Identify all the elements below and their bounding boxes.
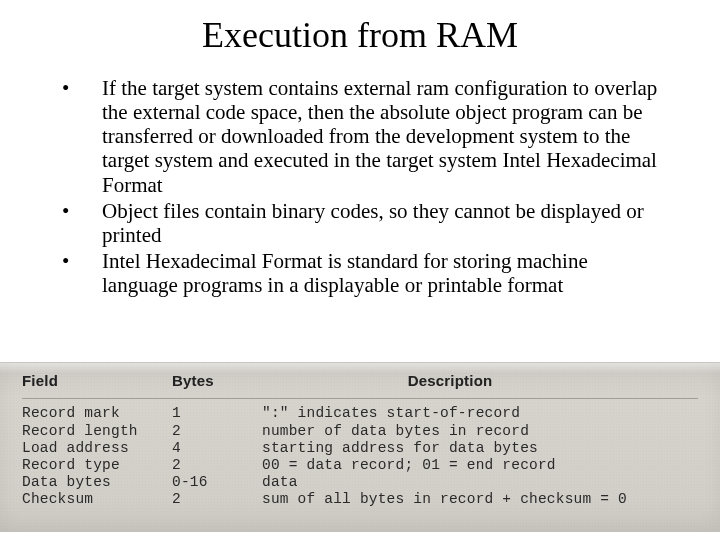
table-header-row: Field Bytes Description [22, 373, 698, 399]
cell-field: Data bytes [22, 474, 172, 490]
table-row: Data bytes 0-16 data [22, 474, 698, 491]
cell-description: 00 = data record; 01 = end record [262, 457, 698, 473]
cell-description: data [262, 474, 698, 490]
cell-field: Load address [22, 440, 172, 456]
slide: Execution from RAM • If the target syste… [0, 14, 720, 540]
table-row: Record type 2 00 = data record; 01 = end… [22, 457, 698, 474]
bullet-dot-icon: • [60, 76, 102, 197]
table-row: Record mark 1 ":" indicates start-of-rec… [22, 405, 698, 422]
bullet-text: If the target system contains external r… [102, 76, 660, 197]
cell-bytes: 0-16 [172, 474, 262, 490]
cell-bytes: 1 [172, 405, 262, 421]
bullet-text: Intel Hexadecimal Format is standard for… [102, 249, 660, 297]
list-item: • Object files contain binary codes, so … [60, 199, 660, 247]
cell-field: Checksum [22, 491, 172, 507]
header-description: Description [262, 373, 698, 390]
cell-field: Record length [22, 423, 172, 439]
slide-title: Execution from RAM [0, 14, 720, 56]
cell-field: Record type [22, 457, 172, 473]
cell-bytes: 2 [172, 423, 262, 439]
cell-description: starting address for data bytes [262, 440, 698, 456]
cell-bytes: 4 [172, 440, 262, 456]
header-field: Field [22, 373, 172, 390]
hex-format-table: Field Bytes Description Record mark 1 ":… [0, 362, 720, 532]
list-item: • Intel Hexadecimal Format is standard f… [60, 249, 660, 297]
cell-description: sum of all bytes in record + checksum = … [262, 491, 698, 507]
cell-description: ":" indicates start-of-record [262, 405, 698, 421]
table-row: Record length 2 number of data bytes in … [22, 422, 698, 439]
table-row: Checksum 2 sum of all bytes in record + … [22, 491, 698, 508]
bullet-dot-icon: • [60, 249, 102, 297]
cell-description: number of data bytes in record [262, 423, 698, 439]
cell-bytes: 2 [172, 491, 262, 507]
list-item: • If the target system contains external… [60, 76, 660, 197]
header-bytes: Bytes [172, 373, 262, 390]
cell-field: Record mark [22, 405, 172, 421]
table-row: Load address 4 starting address for data… [22, 439, 698, 456]
bullet-text: Object files contain binary codes, so th… [102, 199, 660, 247]
cell-bytes: 2 [172, 457, 262, 473]
bullet-list: • If the target system contains external… [60, 76, 660, 297]
table-body: Field Bytes Description Record mark 1 ":… [0, 363, 720, 531]
bullet-dot-icon: • [60, 199, 102, 247]
